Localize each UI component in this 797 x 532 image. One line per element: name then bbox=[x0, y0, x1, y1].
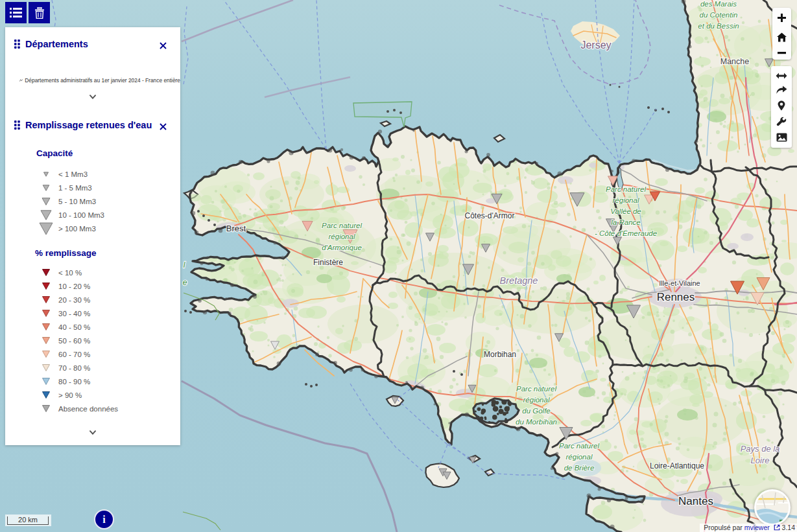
svg-text:Parc naturel: Parc naturel bbox=[606, 185, 646, 193]
svg-text:Brest: Brest bbox=[226, 224, 246, 233]
svg-text:Finistère: Finistère bbox=[313, 258, 343, 267]
svg-text:e: e bbox=[183, 278, 187, 287]
svg-text:Rennes: Rennes bbox=[657, 291, 695, 303]
svg-text:Parc naturel: Parc naturel bbox=[516, 385, 556, 393]
svg-text:Ille-et-Vilaine: Ille-et-Vilaine bbox=[659, 279, 700, 287]
svg-text:de Brière: de Brière bbox=[564, 464, 595, 472]
svg-text:régional: régional bbox=[523, 396, 550, 404]
svg-text:du Cotentin: du Cotentin bbox=[700, 11, 738, 19]
svg-text:Nantes: Nantes bbox=[678, 495, 713, 507]
svg-text:du Golfe: du Golfe bbox=[522, 407, 550, 415]
svg-text:Jersey: Jersey bbox=[580, 40, 611, 51]
svg-text:d'Armorique: d'Armorique bbox=[322, 244, 362, 251]
svg-text:Bretagne: Bretagne bbox=[500, 275, 538, 286]
svg-text:Côtes-d'Armor: Côtes-d'Armor bbox=[465, 211, 515, 220]
svg-text:Parc naturel: Parc naturel bbox=[322, 222, 362, 229]
svg-text:la Rance: la Rance bbox=[611, 218, 640, 226]
svg-text:du Morbihan: du Morbihan bbox=[516, 418, 557, 426]
svg-text:Vallée de: Vallée de bbox=[610, 207, 641, 215]
svg-text:Loire-Atlantique: Loire-Atlantique bbox=[650, 461, 704, 470]
svg-text:l: l bbox=[184, 260, 185, 270]
svg-text:des Marais: des Marais bbox=[700, 0, 737, 8]
svg-text:Loire: Loire bbox=[751, 456, 770, 465]
svg-text:Manche: Manche bbox=[720, 57, 750, 66]
svg-text:Pays de la: Pays de la bbox=[741, 444, 780, 454]
svg-text:et du Bessin: et du Bessin bbox=[698, 22, 739, 30]
svg-text:Morbihan: Morbihan bbox=[484, 350, 516, 359]
svg-text:régional: régional bbox=[613, 196, 639, 204]
svg-text:régional: régional bbox=[329, 233, 355, 240]
svg-text:- Côte d'Émeraude: - Côte d'Émeraude bbox=[595, 229, 657, 237]
svg-text:Parc naturel: Parc naturel bbox=[559, 442, 599, 450]
svg-text:régional: régional bbox=[566, 453, 593, 461]
